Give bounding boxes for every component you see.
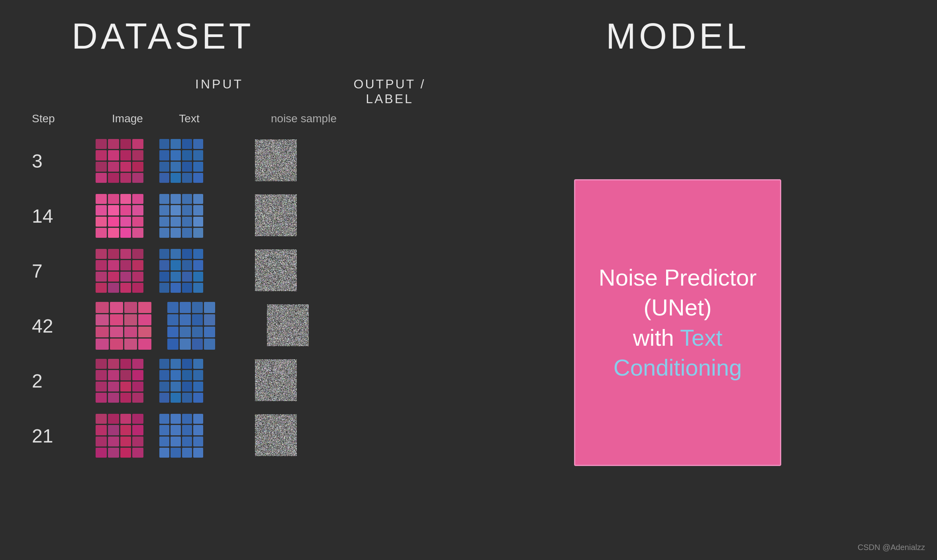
table-row: 21 [32, 412, 450, 460]
noise-sample [255, 139, 297, 183]
image-grid-blue [159, 194, 203, 238]
image-grid-pink [96, 414, 143, 458]
image-grid-blue [159, 139, 203, 183]
step-number: 2 [32, 370, 96, 392]
image-grid-pink [96, 302, 151, 350]
model-line5: Conditioning [614, 354, 742, 380]
header-titles: DATASET MODEL [32, 16, 905, 57]
col-header-step: Step [32, 112, 96, 125]
noise-sample [255, 414, 297, 458]
table-row: 7 [32, 247, 450, 295]
model-box-text: Noise Predictor (UNet) with Text Conditi… [599, 262, 757, 383]
model-line4: Text [680, 325, 722, 350]
col-header-image: Image [96, 112, 159, 125]
dataset-content: INPUT OUTPUT / LABEL Step Image Text noi… [32, 77, 450, 544]
image-grid-blue [167, 302, 215, 350]
main-container: DATASET MODEL INPUT OUTPUT / LABEL Step … [0, 0, 937, 560]
image-grid-blue [159, 359, 203, 403]
step-number: 3 [32, 150, 96, 172]
col-headers-row: Step Image Text noise sample [32, 112, 450, 125]
image-grid-blue [159, 249, 203, 293]
model-line2: (UNet) [644, 294, 712, 320]
data-rows: 3 [32, 137, 450, 460]
model-title-wrap: MODEL [450, 16, 905, 57]
watermark: CSDN @Adenialzz [858, 543, 925, 552]
image-grid-pink [96, 249, 143, 293]
image-grid-pink [96, 139, 143, 183]
step-number: 14 [32, 205, 96, 227]
noise-sample [255, 249, 297, 293]
labels-row: INPUT OUTPUT / LABEL [32, 77, 450, 106]
model-line1: Noise Predictor [599, 264, 757, 290]
table-row: 14 [32, 192, 450, 240]
dataset-title: DATASET [72, 16, 254, 56]
model-line3: with [633, 325, 680, 350]
output-label-group: OUTPUT / LABEL [329, 77, 450, 106]
image-grid-blue [159, 414, 203, 458]
col-header-text: Text [159, 112, 219, 125]
noise-sample [255, 359, 297, 403]
table-row: 42 [32, 302, 450, 350]
output-label: OUTPUT / LABEL [329, 77, 450, 106]
input-label: INPUT [157, 77, 281, 106]
model-title: MODEL [606, 16, 749, 57]
model-section: Noise Predictor (UNet) with Text Conditi… [450, 77, 905, 544]
step-number: 42 [32, 315, 96, 337]
noise-sample [267, 304, 309, 348]
table-row: 3 [32, 137, 450, 185]
step-number: 7 [32, 260, 96, 282]
dataset-title-wrap: DATASET [32, 16, 450, 57]
model-box: Noise Predictor (UNet) with Text Conditi… [574, 179, 781, 466]
noise-sample [255, 194, 297, 238]
col-header-noise: noise sample [271, 112, 337, 125]
step-number: 21 [32, 425, 96, 447]
table-row: 2 [32, 357, 450, 405]
image-grid-pink [96, 359, 143, 403]
image-grid-pink [96, 194, 143, 238]
